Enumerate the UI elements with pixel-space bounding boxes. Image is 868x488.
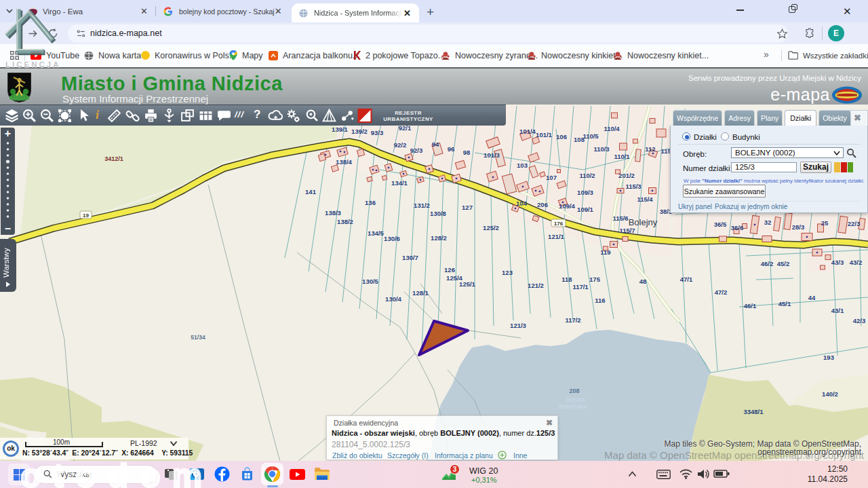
svg-text:109/3: 109/3: [577, 189, 593, 196]
svg-text:43/2: 43/2: [850, 259, 863, 266]
svg-text:96: 96: [448, 145, 455, 153]
svg-text:116: 116: [595, 297, 605, 304]
svg-text:130/8: 130/8: [430, 210, 446, 217]
svg-text:141: 141: [305, 188, 317, 195]
svg-text:47/1: 47/1: [680, 276, 693, 283]
svg-text:98: 98: [463, 149, 471, 156]
svg-text:106: 106: [556, 133, 567, 140]
svg-text:125/1: 125/1: [459, 280, 475, 288]
svg-text:Jezioro: Jezioro: [565, 396, 585, 403]
svg-text:44: 44: [808, 294, 816, 301]
svg-text:134/1: 134/1: [391, 179, 408, 187]
svg-text:110/1: 110/1: [614, 153, 630, 160]
svg-text:110/5: 110/5: [583, 132, 599, 140]
svg-text:123: 123: [502, 269, 513, 276]
svg-text:125/2: 125/2: [483, 224, 499, 231]
svg-text:130/7: 130/7: [402, 254, 418, 261]
svg-text:45/2: 45/2: [777, 260, 790, 267]
svg-text:118: 118: [561, 276, 572, 283]
svg-text:22/3: 22/3: [848, 220, 861, 227]
svg-text:42/3: 42/3: [853, 317, 866, 324]
svg-text:43/1: 43/1: [831, 307, 844, 314]
svg-text:3412/1: 3412/1: [104, 155, 123, 162]
svg-text:103: 103: [517, 162, 528, 169]
svg-text:101/3: 101/3: [484, 151, 500, 159]
svg-text:139/1: 139/1: [332, 126, 348, 133]
svg-text:48: 48: [639, 278, 647, 285]
svg-text:139/2: 139/2: [351, 128, 368, 135]
svg-text:121/1: 121/1: [548, 233, 564, 240]
svg-text:115/6: 115/6: [612, 214, 628, 222]
svg-text:117/1: 117/1: [572, 283, 589, 290]
svg-text:19: 19: [83, 212, 89, 219]
svg-text:45/1: 45/1: [778, 300, 791, 307]
svg-text:127: 127: [462, 204, 473, 211]
svg-text:28/3: 28/3: [792, 223, 805, 231]
svg-text:110/2: 110/2: [579, 172, 595, 179]
svg-text:117/2: 117/2: [565, 316, 580, 324]
svg-text:104: 104: [516, 200, 528, 207]
svg-text:115/3: 115/3: [625, 183, 641, 190]
svg-text:130/4: 130/4: [385, 295, 401, 303]
svg-text:GEO-SYSTEM: GEO-SYSTEM: [837, 94, 857, 97]
svg-text:92/2: 92/2: [394, 141, 407, 149]
svg-text:110/4: 110/4: [604, 125, 620, 132]
svg-text:92/3: 92/3: [410, 147, 423, 154]
svg-text:206: 206: [537, 201, 548, 208]
svg-text:126: 126: [444, 266, 455, 274]
svg-text:51/34: 51/34: [191, 334, 205, 341]
svg-text:101/4: 101/4: [519, 128, 536, 135]
svg-text:36/6: 36/6: [731, 224, 744, 231]
svg-text:Bolejny: Bolejny: [629, 217, 658, 227]
svg-text:94: 94: [432, 140, 439, 148]
svg-text:112: 112: [645, 145, 655, 153]
svg-text:121/2: 121/2: [528, 282, 544, 289]
svg-text:46/2: 46/2: [761, 260, 774, 267]
svg-text:110/3: 110/3: [593, 145, 609, 153]
svg-text:128/2: 128/2: [431, 234, 447, 242]
svg-text:36/5: 36/5: [714, 221, 727, 228]
svg-text:175: 175: [589, 276, 601, 283]
svg-text:176: 176: [554, 221, 564, 227]
svg-text:138/2: 138/2: [337, 218, 353, 225]
svg-text:208: 208: [569, 388, 579, 394]
svg-text:46/1: 46/1: [744, 302, 757, 309]
svg-text:193: 193: [823, 354, 834, 361]
svg-text:115/7: 115/7: [619, 227, 635, 234]
svg-text:109/4: 109/4: [559, 202, 575, 210]
svg-text:130/5: 130/5: [362, 278, 378, 285]
svg-text:Bolejńskie: Bolejńskie: [559, 403, 587, 410]
svg-text:130/6: 130/6: [384, 235, 400, 242]
svg-text:138/4: 138/4: [336, 158, 352, 166]
svg-text:101/1: 101/1: [536, 131, 552, 138]
svg-text:47/2: 47/2: [715, 288, 728, 296]
svg-text:140/2: 140/2: [822, 390, 838, 398]
svg-text:107: 107: [546, 174, 557, 181]
svg-text:134/5: 134/5: [368, 229, 384, 237]
svg-text:128/1: 128/1: [412, 289, 429, 297]
svg-text:131/2: 131/2: [414, 202, 430, 209]
svg-text:121/3: 121/3: [510, 322, 526, 329]
svg-text:25: 25: [821, 219, 829, 227]
svg-text:119: 119: [600, 248, 610, 256]
svg-text:201/2: 201/2: [618, 172, 635, 179]
svg-text:93/3: 93/3: [371, 129, 384, 136]
svg-text:32: 32: [764, 219, 772, 226]
svg-text:3348/1: 3348/1: [743, 408, 764, 415]
svg-text:136: 136: [365, 199, 376, 206]
svg-text:115/4: 115/4: [637, 195, 653, 203]
svg-text:138/3: 138/3: [325, 209, 341, 217]
svg-text:109/1: 109/1: [577, 206, 593, 213]
svg-text:43/3: 43/3: [831, 259, 844, 266]
